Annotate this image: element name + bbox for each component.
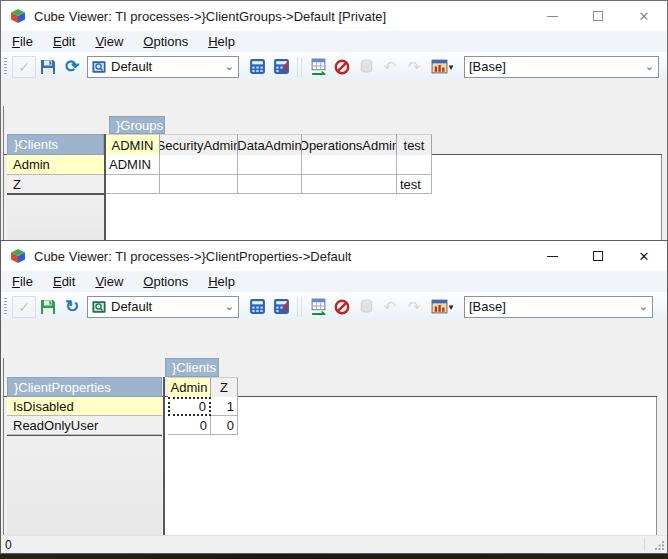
database-icon[interactable]	[354, 296, 378, 318]
data-cell[interactable]	[302, 155, 397, 175]
save-icon[interactable]	[36, 56, 60, 78]
status-separator	[644, 538, 645, 551]
maximize-button[interactable]	[575, 1, 621, 31]
row-dimension-tab[interactable]: }ClientProperties	[7, 377, 162, 397]
row-dimension-tab[interactable]: }Clients	[7, 134, 104, 155]
database-icon[interactable]	[354, 56, 378, 78]
menu-help[interactable]: Help	[198, 32, 245, 51]
column-dimension-tab[interactable]: }Clients	[165, 358, 219, 377]
data-cell[interactable]: 0	[211, 416, 238, 435]
base-subset-combo[interactable]: [Base] ⌄	[464, 56, 659, 78]
data-cell[interactable]: test	[397, 175, 432, 194]
row-header[interactable]: ReadOnlyUser	[7, 416, 162, 435]
chevron-down-icon: ⌄	[221, 300, 234, 313]
titlebar[interactable]: Cube Viewer: TI processes->}ClientProper…	[1, 241, 667, 271]
window-title: Cube Viewer: TI processes->}ClientGroups…	[34, 9, 386, 24]
view-selector-value: Default	[111, 59, 152, 74]
row-header-filler	[7, 435, 162, 537]
suppress-zeroes-icon[interactable]	[330, 56, 354, 78]
view-selector-combo[interactable]: Default ⌄	[87, 296, 239, 318]
row-header[interactable]: Z	[7, 175, 104, 194]
menu-edit[interactable]: Edit	[43, 32, 85, 51]
minimize-button[interactable]	[529, 241, 575, 271]
data-cell[interactable]: ADMIN	[106, 155, 160, 175]
data-cell[interactable]	[302, 175, 397, 194]
data-area	[165, 397, 657, 537]
cube-grid: }Clients }ClientProperties Admin Z IsDis…	[3, 358, 656, 538]
column-dimension-tab[interactable]: }Groups	[109, 116, 165, 134]
base-subset-value: [Base]	[469, 59, 506, 74]
menu-bar: File Edit View Options Help	[1, 271, 667, 292]
data-cell[interactable]	[160, 155, 238, 175]
titlebar[interactable]: Cube Viewer: TI processes->}ClientGroups…	[1, 1, 667, 31]
menu-options[interactable]: Options	[133, 272, 198, 291]
commit-check-icon[interactable]: ✓	[12, 56, 36, 78]
undo-icon[interactable]: ↶	[378, 56, 402, 78]
recalc-bolt-icon[interactable]	[269, 56, 293, 78]
cube-view-icon	[92, 60, 106, 74]
commit-check-icon[interactable]: ✓	[12, 296, 36, 318]
row-header[interactable]: IsDisabled	[7, 397, 162, 416]
undo-icon[interactable]: ↶	[378, 296, 402, 318]
col-header[interactable]: SecurityAdmin	[160, 134, 238, 155]
recalculate-icon[interactable]: ⟳	[60, 56, 84, 78]
col-header[interactable]: OperationsAdmin	[302, 134, 397, 155]
menu-edit[interactable]: Edit	[43, 272, 85, 291]
toolbar-grip-icon[interactable]	[4, 298, 7, 316]
recalc-bolt-icon[interactable]	[269, 296, 293, 318]
data-cell[interactable]	[238, 175, 302, 194]
data-cell[interactable]	[160, 175, 238, 194]
save-icon[interactable]	[36, 296, 60, 318]
menu-file[interactable]: File	[2, 272, 43, 291]
menu-file[interactable]: File	[2, 32, 43, 51]
suppress-zeroes-icon[interactable]	[330, 296, 354, 318]
header-divider	[163, 377, 165, 537]
toolbar-grip-icon[interactable]	[4, 58, 7, 76]
window-client-groups: Cube Viewer: TI processes->}ClientGroups…	[0, 0, 668, 244]
col-header[interactable]: DataAdmin	[238, 134, 302, 155]
col-header[interactable]: test	[397, 134, 432, 155]
data-cell[interactable]: 0	[168, 416, 211, 435]
close-button[interactable]: ✕	[621, 241, 667, 271]
resize-grip-icon[interactable]	[655, 541, 665, 551]
col-header[interactable]: ADMIN	[106, 134, 160, 155]
window-client-properties: Cube Viewer: TI processes->}ClientProper…	[0, 240, 668, 554]
client-area: }Groups }Clients ADMIN SecurityAdmin Dat…	[1, 81, 667, 243]
automatic-recalc-icon[interactable]	[245, 296, 269, 318]
client-area: }Clients }ClientProperties Admin Z IsDis…	[1, 321, 667, 553]
menu-help[interactable]: Help	[198, 272, 245, 291]
automatic-recalc-icon[interactable]	[245, 56, 269, 78]
data-cell[interactable]	[238, 155, 302, 175]
redo-icon[interactable]: ↷	[402, 296, 426, 318]
minimize-button[interactable]	[529, 1, 575, 31]
row-header[interactable]: Admin	[7, 155, 104, 175]
col-header[interactable]: Z	[211, 377, 238, 397]
desktop-strip	[0, 554, 668, 559]
slice-to-grid-icon[interactable]	[306, 296, 330, 318]
recalculate-icon[interactable]: ↻	[60, 296, 84, 318]
maximize-button[interactable]	[575, 241, 621, 271]
menu-options[interactable]: Options	[133, 32, 198, 51]
cube-app-icon	[10, 8, 26, 24]
chevron-down-icon: ⌄	[635, 300, 648, 313]
close-button[interactable]: ✕	[621, 1, 667, 31]
cube-app-icon	[10, 248, 26, 264]
chart-export-icon[interactable]: ▾	[426, 56, 458, 78]
chart-export-icon[interactable]: ▾	[426, 296, 458, 318]
redo-icon[interactable]: ↷	[402, 56, 426, 78]
data-cell[interactable]	[397, 155, 432, 175]
toolbar-separator	[295, 297, 304, 317]
col-header[interactable]: Admin	[168, 377, 211, 397]
base-subset-combo[interactable]: [Base] ⌄	[464, 296, 653, 318]
menu-bar: File Edit View Options Help	[1, 31, 667, 52]
data-cell[interactable]: 1	[211, 397, 238, 416]
menu-view[interactable]: View	[85, 32, 133, 51]
data-cell-selected[interactable]: 0	[168, 397, 211, 416]
toolbar-separator	[295, 57, 304, 77]
menu-view[interactable]: View	[85, 272, 133, 291]
view-selector-combo[interactable]: Default ⌄	[87, 56, 239, 78]
base-subset-value: [Base]	[469, 299, 506, 314]
data-cell[interactable]	[106, 175, 160, 194]
row-header-filler	[7, 194, 104, 245]
slice-to-grid-icon[interactable]	[306, 56, 330, 78]
